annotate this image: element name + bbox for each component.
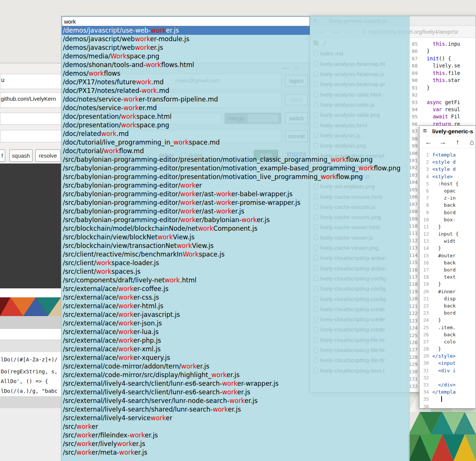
code-text: input { — [432, 230, 458, 237]
line-number: 36 — [419, 403, 432, 408]
search-result-item[interactable]: /src/external/lively4-search/server/lunr… — [62, 397, 310, 405]
path-text: er/ast- — [195, 207, 216, 215]
search-result-item[interactable]: /src/babylonian-programming-editor/worke… — [62, 207, 310, 216]
line-number: 23 — [419, 309, 432, 316]
match-highlight: work — [76, 423, 92, 430]
search-result-item[interactable]: /src/blockchain/view/transactionNetworkV… — [62, 242, 310, 250]
resolve-button[interactable]: resolve — [35, 149, 61, 162]
code-line: 2<style d — [419, 158, 476, 166]
search-input[interactable] — [62, 16, 310, 26]
match-highlight: work — [213, 406, 228, 413]
search-result-item[interactable]: /doc/tutorial/workflow.md — [62, 147, 310, 155]
search-result-item[interactable]: /src/blockchain/model/blockchainNode/net… — [62, 224, 310, 233]
code-line: 13 widt — [419, 237, 476, 245]
search-result-item[interactable]: /src/components/draft/lively-network.htm… — [62, 276, 310, 285]
search-result-item[interactable]: /src/babylonian-programming-editor/prese… — [62, 155, 310, 164]
path-text: er-promise-wrapper.js — [231, 199, 300, 206]
line-number: 35 — [419, 395, 432, 403]
code-text: init() { — [421, 55, 451, 62]
path-text: er/ast- — [195, 199, 216, 206]
match-highlight: work — [180, 207, 196, 215]
back-icon[interactable]: ← — [423, 137, 434, 147]
editor-titlebar[interactable]: ≡ lively-generic-s — [419, 126, 476, 136]
search-result-item[interactable]: /doc/PX17/notes/futurework.md — [62, 78, 310, 87]
search-result-item[interactable]: /demos/javascript/webworker-module.js — [62, 35, 310, 43]
search-result-item[interactable]: /src/babylonian-programming-editor/worke… — [62, 190, 310, 198]
home-icon[interactable]: ⌂ — [467, 137, 476, 147]
search-result-item[interactable]: /demos/shonan/tools-and-workflows.html — [62, 61, 310, 69]
up-icon[interactable]: ↑ — [452, 137, 463, 147]
line-number: 30 — [419, 360, 432, 367]
search-result-item[interactable]: /doc/notes/service-worker-transform-pipe… — [62, 95, 310, 104]
search-result-item[interactable]: /src/worker/livelyworker.js — [62, 440, 310, 448]
search-result-item[interactable]: /src/external/ace/worker-css.js — [62, 293, 310, 302]
path-text: er-javascript.js — [133, 311, 180, 318]
search-result-item[interactable]: /src/babylonian-programming-editor/worke… — [62, 198, 310, 207]
code-line: 9 bord — [419, 209, 476, 216]
search-result-item[interactable]: /doc/tutorial/live_programming_in_worksp… — [62, 138, 310, 147]
search-result-item[interactable]: /src/external/ace/worker-coffee.js — [62, 285, 310, 293]
search-result-item[interactable]: /src/babylonian-programming-editor/prese… — [62, 173, 310, 181]
match-highlight: work — [118, 285, 134, 292]
search-result-item[interactable]: /doc/presentation/workspace.html — [62, 112, 310, 121]
path-text: /src/external/ace/ — [63, 345, 118, 353]
search-result-item[interactable]: /demos/javascript/use-web-worker.js — [62, 26, 310, 35]
hamburger-icon[interactable]: ≡ — [423, 127, 427, 135]
line-number: 3 — [419, 166, 432, 173]
search-result-item[interactable]: /src/external/lively4-search/client/lunr… — [62, 379, 310, 388]
search-result-item[interactable]: /src/worker/meta-worker.js — [62, 448, 310, 457]
code-text: #outer — [432, 252, 456, 259]
clipped-button-f[interactable]: f — [0, 149, 5, 162]
dark-panel — [0, 164, 61, 289]
code-text: <style d — [432, 158, 456, 166]
path-text: er/babylonian- — [195, 216, 241, 224]
search-result-item[interactable]: /src/blockchain/view/blockNetworkView.js — [62, 233, 310, 242]
search-result-item[interactable]: /src/external/code-mirror/addon/tern/wor… — [62, 362, 310, 371]
search-result-item[interactable]: /src/client/reactive/misc/benchmarkInWor… — [62, 250, 310, 259]
line-number: 1 — [419, 151, 432, 158]
search-result-item[interactable]: /src/external/ace/worker-php.js — [62, 336, 310, 345]
search-result-item[interactable]: /demos/media/Workspace.png — [62, 52, 310, 61]
triangle-stripe-artwork — [0, 297, 61, 316]
search-result-item[interactable]: /demos/workflows — [62, 69, 310, 78]
search-result-item[interactable]: /src/external/code-mirror/src/display/hi… — [62, 371, 310, 379]
path-text: er.js — [166, 27, 179, 34]
search-result-item[interactable]: /src/client/workspace-loader.js — [62, 259, 310, 267]
code-text: } — [432, 223, 441, 230]
search-result-item[interactable]: /src/external/ace/worker-xquery.js — [62, 354, 310, 362]
search-result-item[interactable]: /src/babylonian-programming-editor/worke… — [62, 216, 310, 224]
search-result-item[interactable]: /doc/presentation/workspace.png — [62, 121, 310, 130]
search-result-item[interactable]: /src/external/ace/worker-html.js — [62, 302, 310, 310]
code-line: 27 colo — [419, 338, 476, 345]
match-highlight: work — [76, 449, 92, 456]
line-number: 6 — [419, 187, 432, 194]
search-result-item[interactable]: /src/babylonian-programming-editor/worke… — [62, 181, 310, 190]
search-result-item[interactable]: /src/client/workspaces.js — [62, 267, 310, 276]
search-result-item[interactable]: /src/external/ace/worker-javascript.js — [62, 310, 310, 319]
path-text: /src/external/lively4-search/client/lunr… — [63, 388, 222, 396]
search-result-item[interactable]: /demos/javascript/webworker.js — [62, 43, 310, 52]
search-result-item[interactable]: /src/external/lively4-serviceworker — [62, 414, 310, 422]
search-result-item[interactable]: /doc/notes/service-worker.md — [62, 104, 310, 112]
match-highlight: work — [118, 319, 134, 327]
search-result-item[interactable]: /src/worker/fileindex-worker.js — [62, 431, 310, 440]
search-result-item[interactable]: /src/worker — [62, 422, 310, 431]
path-text: flow.png — [346, 156, 373, 163]
path-text: flow.png — [374, 164, 400, 172]
search-result-item[interactable]: /src/external/ace/worker-lua.js — [62, 328, 310, 336]
search-result-item[interactable]: /doc/PX17/notes/related-work.md — [62, 87, 310, 95]
match-highlight: work — [118, 311, 134, 318]
path-text: /src/babylonian-programming-editor/ — [63, 190, 180, 198]
search-result-item[interactable]: /src/babylonian-programming-editor/prese… — [62, 164, 310, 173]
match-highlight: work — [180, 182, 196, 189]
search-result-item[interactable]: /src/external/ace/worker-json.js — [62, 319, 310, 328]
search-result-item[interactable]: /src/external/lively4-search/shared/lunr… — [62, 405, 310, 414]
search-result-item[interactable]: /doc/relatedwork.md — [62, 130, 310, 138]
search-result-item[interactable]: /src/external/lively4-search/client/lunr… — [62, 388, 310, 397]
path-text: /doc/presentation/ — [63, 113, 121, 120]
forward-icon[interactable]: → — [437, 137, 448, 147]
search-result-item[interactable]: /src/external/ace/worker-xml.js — [62, 345, 310, 354]
code-editor-front-lines[interactable]: 1f<templa2<style d3<style d4<style>5 :ho… — [419, 148, 476, 408]
path-text: /src/components/draft/lively-net — [63, 276, 165, 284]
squash-button[interactable]: squash — [9, 149, 33, 162]
